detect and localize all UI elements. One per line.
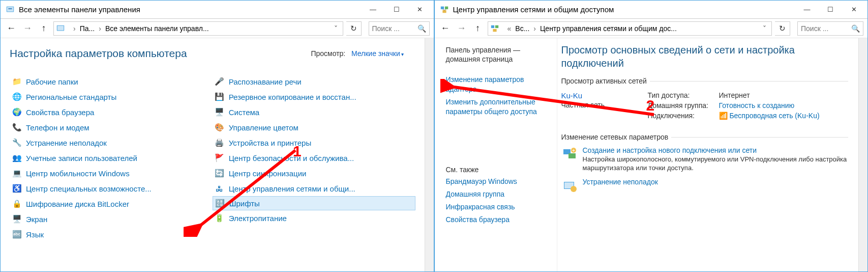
view-label: Просмотр: [311,49,345,58]
chevron-down-icon[interactable]: ˅ [760,24,769,33]
search-icon: 🔍 [417,24,426,33]
item-display[interactable]: 🖥️Экран [10,211,213,227]
back-button[interactable]: ← [439,22,452,35]
mic-icon: 🎤 [215,76,225,87]
homegroup-link[interactable]: Готовность к созданию [719,101,795,110]
item-ease-of-access[interactable]: ♿Центр специальных возможносте... [10,181,213,196]
entry-title: Создание и настройка нового подключения … [583,146,849,154]
forward-button[interactable]: → [455,22,468,35]
change-settings-heading: Изменение сетевых параметров [561,133,669,141]
svg-line-10 [444,9,446,10]
up-button[interactable]: ↑ [471,22,485,35]
breadcrumb-sep-icon: « [506,24,513,33]
control-panel-icon [6,5,15,14]
svg-rect-2 [8,8,12,9]
scrollbar[interactable] [425,38,434,271]
item-security-maint[interactable]: 🚩Центр безопасности и обслужива... [213,150,415,166]
refresh-button[interactable]: ↻ [346,21,362,36]
item-backup[interactable]: 💾Резервное копирование и восстан... [213,89,415,104]
search-input[interactable]: Поиск ... 🔍 [369,21,430,36]
svg-rect-4 [57,25,64,30]
close-button[interactable]: ✕ [408,2,432,17]
sidebar-link-browser-props[interactable]: Свойства браузера [446,215,551,225]
svg-rect-11 [491,25,494,28]
item-devices-printers[interactable]: 🖨️Устройства и принтеры [213,135,415,150]
breadcrumb-1[interactable]: Вс... [515,24,529,33]
toolbar: ← → ↑ « Вс... › Центр управления сетями … [435,19,868,38]
titlebar: Центр управления сетями и общим доступом… [435,1,868,19]
breadcrumb-sep-icon: › [98,24,102,33]
sync-icon: 🔄 [215,168,225,178]
breadcrumb-2[interactable]: Все элементы панели управл... [105,24,209,33]
item-fonts[interactable]: 🔠Шрифты [213,196,415,210]
breadcrumb-sep-icon: › [72,24,77,33]
wifi-signal-icon: 📶 [719,112,730,120]
network-name[interactable]: Ku-Ku [561,91,648,100]
entry-title: Устранение неполадок [583,178,849,186]
scrollbar[interactable] [858,38,867,271]
content-pane: Настройка параметров компьютера Просмотр… [1,38,434,271]
breadcrumb-1[interactable]: Па... [80,24,95,33]
sidebar-link-advanced-sharing[interactable]: Изменить дополнительные параметры общего… [446,97,551,117]
item-color-mgmt[interactable]: 🎨Управление цветом [213,120,415,135]
breadcrumb-2[interactable]: Центр управления сетями и общим дос... [540,24,677,33]
svg-rect-7 [444,6,447,9]
connections-link[interactable]: 📶 Беспроводная сеть (Ku-Ku) [719,112,820,120]
svg-point-20 [571,186,577,192]
sidebar-link-infrared[interactable]: Инфракрасная связь [446,202,551,212]
network-type: Частная сеть [561,101,648,109]
item-user-accounts[interactable]: 👥Учетные записи пользователей [10,150,213,166]
view-value-link[interactable]: Мелкие значки [351,49,404,58]
entry-new-connection[interactable]: + Создание и настройка нового подключени… [561,146,849,173]
item-work-folders[interactable]: 📁Рабочие папки [10,74,213,89]
font-icon: 🔠 [215,198,225,208]
forward-button[interactable]: → [21,22,34,35]
svg-rect-15 [568,153,576,158]
titlebar-buttons: — ☐ ✕ [795,2,865,17]
flag-icon: 🚩 [215,153,225,163]
sidebar-link-adapter-settings[interactable]: Изменение параметров адаптера [446,75,551,94]
item-language[interactable]: 🔤Язык [10,227,213,242]
entry-desc: Настройка широкополосного, коммутируемог… [583,155,849,173]
item-bitlocker[interactable]: 🔒Шифрование диска BitLocker [10,196,213,211]
sidebar-link-homegroup[interactable]: Домашняя группа [446,189,551,199]
address-bar[interactable]: › Па... › Все элементы панели управл... … [53,21,343,36]
item-troubleshoot[interactable]: 🔧Устранение неполадок [10,135,213,150]
item-internet-options[interactable]: 🌍Свойства браузера [10,104,213,120]
backup-icon: 💾 [215,92,225,102]
control-panel-icon [56,24,65,33]
network-block: Ku-Ku Частная сеть Тип доступа:Интернет … [561,91,849,122]
minimize-button[interactable]: — [362,2,385,17]
back-button[interactable]: ← [5,22,18,35]
maximize-button[interactable]: ☐ [385,2,408,17]
titlebar-buttons: — ☐ ✕ [362,2,432,17]
item-region[interactable]: 🌐Региональные стандарты [10,89,213,104]
search-input[interactable]: Поиск ... 🔍 [797,21,863,36]
chevron-down-icon[interactable]: ˅ [331,24,341,33]
refresh-button[interactable]: ↻ [775,21,790,36]
item-system[interactable]: 🖥️Система [213,104,415,120]
svg-rect-13 [493,29,496,31]
address-bar[interactable]: « Вс... › Центр управления сетями и общи… [488,21,772,36]
access-type-label: Тип доступа: [648,91,719,99]
up-button[interactable]: ↑ [37,22,50,35]
item-phone-modem[interactable]: 📞Телефон и модем [10,120,213,135]
svg-text:+: + [572,148,575,153]
item-network-sharing[interactable]: 🖧Центр управления сетями и общи... [213,181,415,196]
minimize-button[interactable]: — [795,2,819,17]
network-icon: 🖧 [215,183,225,194]
item-sync-center[interactable]: 🔄Центр синхронизации [213,166,415,181]
sidebar-home[interactable]: Панель управления — домашняя страница [446,45,551,64]
window-network-center: Центр управления сетями и общим доступом… [434,0,869,272]
network-icon [490,24,499,33]
annotation-number-2: 2 [646,97,655,114]
close-button[interactable]: ✕ [842,2,865,17]
maximize-button[interactable]: ☐ [819,2,842,17]
col-2: 🎤Распознавание речи 💾Резервное копирован… [213,74,415,242]
item-speech[interactable]: 🎤Распознавание речи [213,74,415,89]
item-mobility-center[interactable]: 💻Центр мобильности Windows [10,166,213,181]
entry-troubleshoot[interactable]: Устранение неполадок [561,178,849,195]
window-title: Центр управления сетями и общим доступом [453,5,796,14]
item-power[interactable]: 🔋Электропитание [213,210,415,226]
sidebar-link-firewall[interactable]: Брандмауэр Windows [446,177,551,186]
